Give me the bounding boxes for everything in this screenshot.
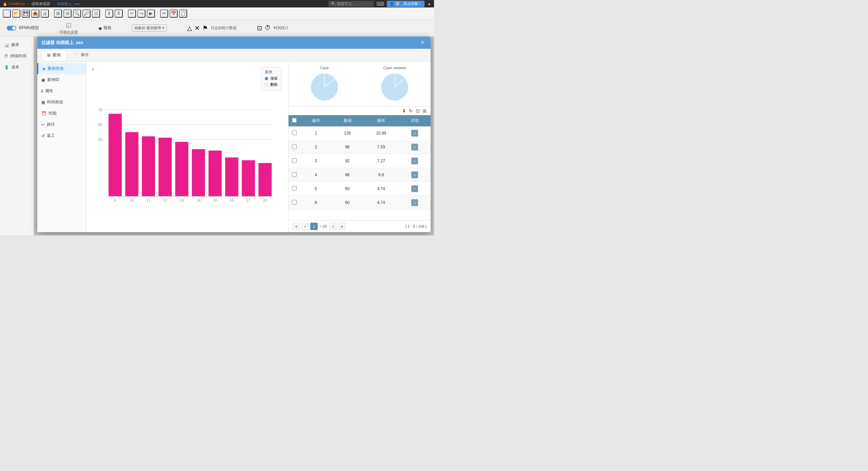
nav-case-id[interactable]: ▣ 案例ID — [37, 74, 86, 85]
toolbar-sep2 — [102, 11, 103, 17]
view-group: ◈ 视角 — [98, 25, 112, 31]
row-detail[interactable]: › — [399, 196, 431, 210]
refresh-icon[interactable]: ↻ — [409, 108, 413, 114]
expand-icon[interactable]: ⊞ — [422, 108, 427, 114]
nav-path[interactable]: ↩ 路径 — [37, 119, 86, 130]
detail-button[interactable]: › — [411, 144, 418, 150]
row-detail[interactable]: › — [399, 140, 431, 154]
search-bar[interactable]: 🔍 — [328, 1, 374, 7]
nav-attribute[interactable]: ℹ 属性 — [37, 85, 86, 97]
nav-time-frame[interactable]: ▦ 时间框架 — [37, 97, 86, 108]
nav-rework[interactable]: ↺ 返工 — [37, 130, 86, 141]
collapse-icon[interactable]: ▲ — [427, 1, 431, 6]
detail-button[interactable]: › — [411, 185, 418, 192]
toolbar-play[interactable]: ▶ — [147, 9, 155, 18]
row-checkbox[interactable] — [292, 144, 297, 149]
section-abstraction[interactable]: 抽象的 案例频率 ▾ — [132, 24, 167, 32]
stats-label: 日志的统计数据 — [211, 25, 237, 30]
flow-toggle[interactable] — [7, 26, 16, 30]
toolbar-zoom-out[interactable]: 🔎 — [82, 9, 91, 18]
detail-button[interactable]: › — [411, 171, 418, 178]
row-checkbox[interactable] — [292, 158, 297, 163]
svg-text:50: 50 — [98, 138, 102, 142]
svg-text:16: 16 — [230, 198, 234, 202]
top-bar: 🔥 FireMirror › 进程发现器 › 动画线上_xes 🔍 ⌨ 👤 嗯，… — [0, 0, 434, 7]
download-icon[interactable]: ⬇ — [402, 108, 406, 114]
toolbar-print[interactable]: 🖨 — [41, 9, 49, 18]
page-last[interactable]: » — [338, 223, 346, 230]
abstraction-dropdown[interactable]: 抽象的 案例频率 ▾ — [132, 24, 167, 32]
toolbar-save[interactable]: 💾 — [22, 9, 30, 18]
row-checkbox-cell[interactable] — [289, 168, 300, 182]
visualization-label: 可视化设置 — [59, 30, 78, 35]
toolbar-export[interactable]: 📤 — [31, 9, 39, 18]
nav-case-var[interactable]: ◈ 案例变体 — [37, 63, 86, 74]
page-prev[interactable]: ‹ — [301, 223, 309, 230]
keyboard-icon[interactable]: ⌨ — [376, 1, 384, 7]
toolbar-fit[interactable]: ⊡ — [92, 9, 100, 18]
nav-performance[interactable]: ⏰ 性能 — [37, 108, 86, 119]
tab-case-label: 案例 — [53, 52, 61, 58]
filter-modal: 过滤器 动画线上_xes × ⊞ 案例 📄 事件 ◈ 案例变体 ▣ 案例ID ℹ — [37, 37, 431, 232]
toolbar-filter[interactable]: ⊻ — [105, 9, 113, 18]
sidebar-item-frequency[interactable]: 📊 频率 — [0, 39, 34, 50]
page-next[interactable]: › — [329, 223, 337, 230]
row-checkbox-cell[interactable] — [289, 196, 300, 210]
row-freq: 6.8 — [363, 168, 399, 182]
row-checkbox-cell[interactable] — [289, 140, 300, 154]
row-checkbox-cell[interactable] — [289, 154, 300, 168]
row-checkbox[interactable] — [292, 186, 297, 191]
toolbar-new[interactable]: 📄 — [3, 9, 11, 18]
toolbar-open[interactable]: 📂 — [12, 9, 20, 18]
sidebar-item-cost[interactable]: 💲 成本 — [0, 62, 34, 73]
row-detail[interactable]: › — [399, 126, 431, 140]
toolbar-edit[interactable]: ✏ — [160, 9, 168, 18]
section-visualization[interactable]: ◱ 可视化设置 — [59, 21, 78, 35]
table-header-row: 编号 案例 频率 详情 — [289, 115, 431, 126]
page-buttons: « ‹ 1 / 28 › » — [293, 223, 346, 230]
copy-icon[interactable]: ⊡ — [416, 108, 420, 114]
row-detail[interactable]: › — [399, 182, 431, 196]
toolbar-cal[interactable]: 📅 — [170, 9, 178, 18]
row-freq: 10.99 — [363, 126, 399, 140]
row-detail[interactable]: › — [399, 168, 431, 182]
row-checkbox[interactable] — [292, 130, 297, 135]
page-first[interactable]: « — [293, 223, 300, 230]
row-cases: 60 — [332, 196, 363, 210]
toolbar-share[interactable]: 📋 — [179, 9, 187, 18]
row-num: 2 — [300, 140, 332, 154]
case-id-label: 案例ID — [47, 77, 59, 83]
select-all-checkbox[interactable] — [292, 118, 297, 123]
modal-close-button[interactable]: × — [418, 39, 427, 47]
col-num: 编号 — [300, 115, 332, 126]
duration-label: 持续时间 — [10, 53, 26, 59]
chart-area: z 案例 保留 删除 70 6 — [86, 62, 288, 232]
row-checkbox-cell[interactable] — [289, 182, 300, 196]
svg-rect-14 — [242, 160, 255, 196]
case-id-icon: ▣ — [41, 78, 45, 82]
bar-chart-svg: 70 60 50 — [92, 83, 283, 227]
row-checkbox[interactable] — [292, 200, 297, 205]
toolbar-filter2[interactable]: ⊼ — [115, 9, 123, 18]
sidebar-item-duration[interactable]: ⏱ 持续时间 — [0, 50, 34, 62]
time-label: 时间统计 — [274, 25, 289, 30]
row-detail[interactable]: › — [399, 154, 431, 168]
toolbar-undo[interactable]: ↩ — [128, 9, 136, 18]
tab-event[interactable]: 📄 事件 — [68, 50, 95, 60]
search-input[interactable] — [337, 2, 371, 6]
row-checkbox-cell[interactable] — [289, 126, 300, 140]
path-icon: ↩ — [41, 122, 45, 127]
svg-rect-10 — [175, 142, 189, 197]
data-table: 编号 案例 频率 详情 1 139 10.99 › 2 96 7.59 › — [289, 115, 431, 220]
toolbar-layout2[interactable]: ⊟ — [63, 9, 72, 18]
table-row: 2 96 7.59 › — [289, 140, 431, 154]
toolbar-redo[interactable]: ↪ — [137, 9, 145, 18]
detail-button[interactable]: › — [411, 199, 418, 206]
toolbar-zoom-in[interactable]: 🔍 — [73, 9, 81, 18]
detail-button[interactable]: › — [411, 158, 418, 164]
toolbar-layout[interactable]: ⊞ — [54, 9, 62, 18]
tab-case[interactable]: ⊞ 案例 — [41, 50, 66, 60]
row-num: 5 — [300, 182, 332, 196]
row-checkbox[interactable] — [292, 172, 297, 177]
detail-button[interactable]: › — [411, 130, 418, 137]
